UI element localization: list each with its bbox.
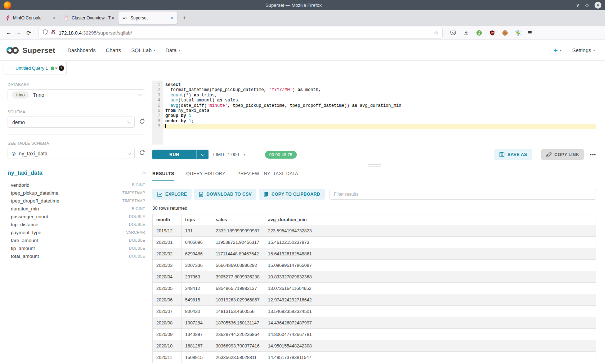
collapse-chevron-icon[interactable] [142, 172, 145, 176]
filter-results-input[interactable] [330, 189, 596, 200]
bookmark-star-icon[interactable]: ☆ [434, 29, 439, 36]
code-line: format_datetime(tpep_pickup_datetime, 'Y… [163, 87, 596, 92]
column-name: total_amount [11, 254, 39, 259]
line-number: 6 [152, 108, 163, 113]
column-name: tpep_pickup_datetime [11, 190, 58, 196]
drag-handle-icon[interactable]: ⋮⋮ [7, 66, 13, 70]
menu-icon[interactable]: ≡ [528, 29, 532, 37]
copy-clipboard-button[interactable]: COPY TO CLIPBOARD [259, 189, 325, 200]
reload-icon[interactable]: ⟳ [24, 29, 34, 36]
lock-disabled-icon[interactable] [50, 29, 56, 36]
tab-close-icon[interactable]: × [169, 15, 174, 21]
refresh-schemas-icon[interactable] [139, 118, 145, 126]
window-close-icon[interactable]: × [595, 2, 601, 9]
cookie-ext-icon[interactable] [502, 30, 508, 36]
tab-close-icon[interactable]: × [111, 15, 116, 21]
chevron-down-icon: ▾ [244, 153, 246, 156]
column-type: BIGINT [132, 206, 145, 211]
svg-text:uO: uO [491, 32, 494, 34]
database-select[interactable]: trino Trino [8, 89, 145, 100]
url-bar[interactable]: 172.18.0.4:32295/superset/sqllab/ ☆ [39, 27, 442, 38]
table-cell: 2020/06 [153, 294, 182, 306]
results-header-row: monthtripssalesavg_duration_min [153, 214, 596, 225]
nav-item-data[interactable]: Data▾ [161, 47, 185, 53]
run-label[interactable]: RUN [152, 150, 196, 159]
table-cell: 2020/10 [153, 340, 182, 352]
run-button[interactable]: RUN [152, 150, 209, 159]
table-cell: 26335623.58028811 [212, 352, 264, 363]
browser-tab-superset[interactable]: ∞ Superset × [118, 12, 177, 24]
resize-handle-icon[interactable] [368, 164, 381, 167]
table-schema-card-header[interactable]: ny_taxi_data [8, 170, 145, 176]
sql-editor[interactable]: 123456789 select format_datetime(tpep_pi… [152, 81, 596, 145]
superset-favicon: ∞ [122, 15, 127, 21]
nav-item-charts[interactable]: Charts [101, 47, 126, 53]
tab-query-history[interactable]: QUERY HISTORY [186, 171, 225, 180]
code-line [163, 124, 596, 129]
new-dropdown-button[interactable]: +▾ [554, 46, 561, 54]
table-cell: 119538721.92456317 [212, 237, 264, 248]
schema-value: demo [12, 119, 25, 125]
table-cell: 2020/05 [153, 283, 182, 294]
new-tab-button[interactable]: + [180, 14, 189, 22]
back-icon[interactable]: ← [4, 29, 14, 36]
table-cell: 800430 [182, 306, 212, 317]
save-icon [499, 152, 505, 157]
table-cell: 1681267 [182, 340, 212, 352]
tab-close-icon[interactable]: × [52, 15, 57, 21]
rows-returned: 30 rows returned [152, 205, 596, 211]
superset-logo[interactable]: Superset [6, 46, 55, 55]
table-cell: 2020/01 [153, 237, 182, 248]
table-select[interactable]: ◎ ny_taxi_data [8, 148, 135, 159]
divider [8, 134, 145, 135]
limit-dropdown[interactable]: LIMIT: 1 000 ▾ [213, 152, 246, 157]
ublock-icon[interactable]: uO [489, 30, 495, 36]
browser-toolbar: ← → ⟳ 172.18.0.4:32295/superset/sqllab/ … [0, 26, 605, 40]
query-status-dot [51, 67, 54, 70]
browser-tab-minio[interactable]: MinIO Console × [1, 12, 60, 24]
run-options-button[interactable] [196, 150, 209, 159]
download-icon[interactable] [463, 30, 469, 36]
url-text[interactable]: 172.18.0.4:32295/superset/sqllab/ [59, 30, 434, 36]
trino-icon [63, 15, 69, 21]
forward-icon[interactable]: → [14, 29, 24, 36]
window-maximize-icon[interactable]: ◇ [585, 3, 589, 8]
code-line: avg(date_diff('minute', tpep_pickup_date… [163, 103, 596, 108]
table-cell: 2020/08 [153, 317, 182, 329]
query-tab-active[interactable]: ⋮⋮ Untitled Query 1 ✕ [4, 62, 56, 74]
browser-tab-trino[interactable]: Cluster Overview - Trino × [60, 12, 118, 24]
database-engine-pill: trino [12, 91, 29, 99]
editor-code[interactable]: select format_datetime(tpep_pickup_datet… [163, 81, 596, 145]
schema-select[interactable]: demo [8, 117, 135, 128]
asterisk-ext-icon[interactable] [515, 30, 521, 36]
refresh-tables-icon[interactable] [139, 150, 145, 157]
copy-link-button[interactable]: COPY LINK [541, 149, 584, 160]
window-minimize-icon[interactable]: ∨ [576, 3, 579, 8]
table-cell: 14.436426072487997 [264, 317, 596, 329]
save-as-button[interactable]: SAVE AS [494, 149, 532, 160]
explore-button[interactable]: EXPLORE [152, 189, 192, 200]
window-title: Superset — Mozilla Firefox [11, 3, 576, 8]
settings-menu[interactable]: Settings▾ [572, 47, 595, 53]
line-number: 3 [152, 93, 163, 98]
pane-divider[interactable] [152, 163, 596, 167]
new-query-tab-button[interactable]: + [56, 62, 67, 74]
chart-icon [157, 192, 162, 197]
pocket-icon[interactable] [450, 30, 456, 36]
download-csv-button[interactable]: DOWNLOAD TO CSV [194, 189, 256, 200]
line-number: 4 [152, 98, 163, 103]
extension-green-icon[interactable] [476, 30, 482, 36]
nav-item-sql-lab[interactable]: SQL Lab▾ [126, 47, 160, 53]
table-cell: 2020/03 [153, 260, 182, 271]
table-cell: 14.806047742667781 [264, 329, 596, 340]
table-cell: 237963 [182, 271, 212, 283]
tab-preview[interactable]: PREVIEW: `NY_TAXI_DATA` [237, 171, 300, 180]
more-options-icon[interactable]: ••• [590, 152, 596, 157]
shield-icon[interactable] [42, 29, 48, 36]
nav-item-dashboards[interactable]: Dashboards [62, 47, 100, 53]
tab-results[interactable]: RESULTS [152, 171, 174, 181]
code-line: order by 1; [163, 119, 596, 124]
column-type: VARCHAR [126, 230, 145, 235]
chevron-down-icon: ▾ [154, 49, 156, 52]
schema-column-row: fare_amountDOUBLE [8, 236, 145, 244]
